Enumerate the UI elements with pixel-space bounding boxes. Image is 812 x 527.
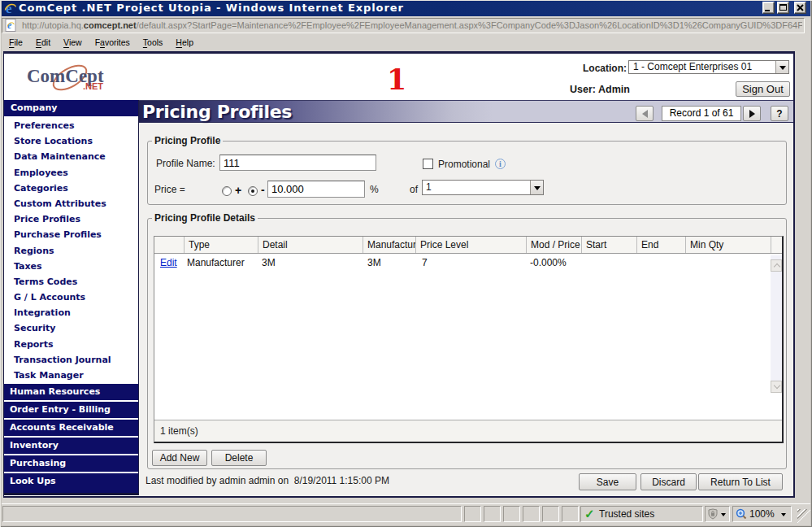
accelerator-underline: F (9, 37, 14, 47)
minimize-icon (765, 10, 770, 11)
status-bar: ✓Trusted sites100% (0, 503, 812, 524)
promotional-checkbox[interactable] (423, 159, 433, 169)
sidebar-item-terms-codes[interactable]: Terms Codes (4, 274, 138, 290)
menu-file[interactable]: File (2, 35, 29, 50)
next-arrow-icon (749, 110, 755, 118)
maximize-button[interactable] (777, 2, 789, 14)
column-header-blank (771, 237, 782, 253)
address-bar-row: e http://utopia.hq.comcept.net/default.a… (0, 16, 812, 35)
sidebar-item-price-profiles[interactable]: Price Profiles (4, 211, 138, 227)
location-dropdown-arrow-icon[interactable] (775, 61, 788, 73)
save-button[interactable]: Save (579, 473, 636, 490)
profile-name-input[interactable] (219, 155, 376, 171)
location-dropdown[interactable]: 1 - Comcept Enterprises 01 (628, 60, 789, 74)
sidebar-item-task-manager[interactable]: Task Manager (4, 368, 138, 383)
zoom-dropdown-icon[interactable] (781, 513, 786, 516)
discard-button[interactable]: Discard (640, 473, 697, 490)
sidebar-company-items: PreferencesStore LocationsData Maintenan… (4, 116, 138, 382)
zoom-segment[interactable]: 100% (732, 506, 792, 522)
sidebar-item-taxes[interactable]: Taxes (4, 259, 138, 274)
sidebar-item-regions[interactable]: Regions (4, 243, 138, 259)
sidebar-item-transaction-journal[interactable]: Transaction Journal (4, 352, 138, 368)
zoom-level-label: 100% (749, 507, 775, 521)
grid-footer: 1 item(s) (154, 420, 782, 442)
column-header-end: End (636, 237, 685, 253)
location-label: Location: (583, 63, 627, 74)
protected-mode-segment[interactable] (705, 506, 730, 522)
percent-label: % (370, 184, 379, 195)
address-input[interactable]: e http://utopia.hq.comcept.net/default.a… (2, 18, 805, 33)
close-button[interactable] (794, 2, 806, 14)
sign-out-button[interactable]: Sign Out (736, 81, 790, 97)
url-suffix: /default.aspx?StartPage=Maintenance%2FEm… (137, 20, 802, 30)
column-header-blank (154, 237, 184, 253)
sidebar-item-integration[interactable]: Integration (4, 305, 138, 320)
sidebar-item-store-locations[interactable]: Store Locations (4, 133, 138, 149)
user-label: User: Admin (570, 84, 630, 95)
status-segment-2 (484, 506, 501, 522)
sidebar-item-g-l-accounts[interactable]: G / L Accounts (4, 290, 138, 305)
menu-favorites[interactable]: Favorites (89, 35, 137, 50)
status-segment-3 (503, 506, 520, 522)
grid-cell: 7 (422, 257, 428, 268)
sidebar-section-inventory[interactable]: Inventory (4, 438, 138, 454)
sidebar-section-purchasing[interactable]: Purchasing (4, 455, 138, 472)
column-header-detail: Detail (258, 237, 363, 253)
delete-button[interactable]: Delete (211, 450, 267, 466)
ie-icon: e (4, 2, 17, 15)
of-label: of (410, 184, 418, 195)
sidebar-item-custom-attributes[interactable]: Custom Attributes (4, 196, 138, 211)
help-button[interactable]: ? (771, 106, 788, 121)
menu-help[interactable]: Help (169, 35, 200, 50)
edit-link[interactable]: Edit (160, 257, 177, 268)
sidebar-item-employees[interactable]: Employees (4, 165, 138, 181)
accelerator-underline: V (63, 37, 69, 47)
sidebar-item-security[interactable]: Security (4, 320, 138, 336)
resize-grip[interactable] (797, 509, 811, 523)
sidebar-item-preferences[interactable]: Preferences (4, 118, 138, 133)
sidebar-item-categories[interactable]: Categories (4, 181, 138, 196)
price-plus-radio[interactable] (222, 186, 232, 196)
sidebar-section-look-ups[interactable]: Look Ups (4, 473, 138, 490)
sidebar-item-data-maintenance[interactable]: Data Maintenance (4, 149, 138, 164)
menu-tools[interactable]: Tools (137, 35, 170, 50)
scroll-up-icon[interactable] (771, 259, 782, 272)
profile-name-label: Profile Name: (156, 158, 215, 169)
sidebar-section-company[interactable]: Company (4, 100, 138, 116)
main-panel: Pricing Profiles Record 1 of 61 ? Pricin… (139, 100, 793, 496)
return-to-list-button[interactable]: Return To List (698, 473, 783, 490)
grid-scrollbar[interactable] (771, 255, 782, 393)
price-value-input[interactable] (267, 181, 365, 198)
menu-bar: FileEditViewFavoritesToolsHelp (2, 35, 809, 51)
grid-cell: -0.000% (530, 257, 567, 268)
accelerator-underline: a (100, 37, 105, 47)
title-bar: e ComCept .NET Project Utopia - Windows … (2, 0, 810, 16)
record-next-button[interactable] (743, 106, 761, 121)
sidebar-item-purchase-profiles[interactable]: Purchase Profiles (4, 227, 138, 242)
sidebar-section-accounts-receivable[interactable]: Accounts Receivable (4, 420, 138, 436)
price-minus-radio[interactable] (248, 186, 258, 196)
page-header: ComCept .NET 1 Location: 1 - Comcept Ent… (4, 54, 793, 100)
status-segment-6 (562, 506, 579, 522)
menu-edit[interactable]: Edit (29, 35, 57, 50)
sidebar-item-reports[interactable]: Reports (4, 337, 138, 352)
pricing-profile-legend: Pricing Profile (152, 135, 223, 146)
location-value: 1 - Comcept Enterprises 01 (633, 61, 752, 73)
menu-view[interactable]: View (57, 35, 89, 50)
scroll-down-icon[interactable] (771, 381, 782, 393)
pricing-profile-fieldset: Pricing Profile Profile Name: Promotiona… (147, 141, 787, 205)
add-new-button[interactable]: Add New (152, 450, 207, 466)
record-indicator: Record 1 of 61 (662, 106, 741, 121)
of-dropdown[interactable]: 1 (422, 180, 544, 195)
minimize-button[interactable] (762, 2, 775, 14)
comcept-logo: ComCept .NET (23, 59, 112, 100)
protected-mode-dropdown-icon[interactable] (721, 513, 726, 516)
info-icon[interactable]: i (495, 159, 506, 169)
of-dropdown-arrow-icon[interactable] (530, 181, 543, 194)
grid-body: EditManufacturer3M3M7-0.000% (154, 254, 782, 420)
window-title: ComCept .NET Project Utopia - Windows In… (19, 0, 404, 16)
sidebar-section-human-resources[interactable]: Human Resources (4, 384, 138, 400)
sidebar-section-order-entry-billing[interactable]: Order Entry - Billing (4, 402, 138, 418)
record-prev-button[interactable] (636, 106, 654, 121)
accelerator-underline: H (176, 37, 182, 47)
